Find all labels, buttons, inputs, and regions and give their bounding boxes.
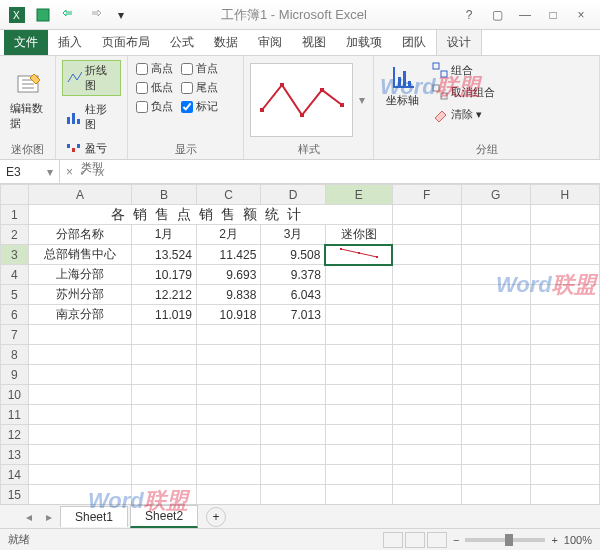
svg-rect-17	[408, 81, 411, 87]
ribbon-collapse-icon[interactable]: ▢	[484, 4, 510, 26]
ribbon-group-type: 折线图 柱形图 盈亏 类型	[56, 56, 128, 159]
table-title[interactable]: 各销售点销售额统计	[28, 205, 392, 225]
eraser-icon	[432, 106, 448, 122]
chk-low-point[interactable]: 低点	[134, 79, 175, 96]
chk-last-point[interactable]: 尾点	[179, 79, 220, 96]
sheet-tab-active[interactable]: Sheet2	[130, 505, 198, 528]
help-icon[interactable]: ?	[456, 4, 482, 26]
tab-file[interactable]: 文件	[4, 30, 48, 55]
excel-icon[interactable]: X	[6, 4, 28, 26]
type-column-button[interactable]: 柱形图	[62, 100, 121, 134]
axis-button[interactable]: 坐标轴	[380, 60, 424, 110]
zoom-slider[interactable]	[465, 538, 545, 542]
col-header[interactable]: H	[530, 185, 599, 205]
line-chart-icon	[67, 70, 82, 86]
ribbon-group-show: 高点 低点 负点 首点 尾点 标记 显示	[128, 56, 244, 159]
spreadsheet-grid[interactable]: A B C D E F G H 1各销售点销售额统计 2 分部名称 1月 2月 …	[0, 184, 600, 504]
winloss-icon	[66, 140, 82, 156]
chk-neg-point[interactable]: 负点	[134, 98, 175, 115]
chk-first-point[interactable]: 首点	[179, 60, 220, 77]
status-bar: 就绪 − + 100%	[0, 528, 600, 550]
tab-view[interactable]: 视图	[292, 30, 336, 55]
name-box[interactable]: E3▾	[0, 160, 60, 183]
ribbon-group-style: ▾ 样式	[244, 56, 374, 159]
zoom-in-icon[interactable]: +	[551, 534, 557, 546]
enter-formula-icon[interactable]: ✓	[79, 165, 89, 179]
close-icon[interactable]: ×	[568, 4, 594, 26]
window-title: 工作簿1 - Microsoft Excel	[132, 6, 456, 24]
ribbon-group-label: 分组	[380, 140, 593, 157]
select-all-cell[interactable]	[1, 185, 29, 205]
view-buttons[interactable]	[383, 532, 447, 548]
svg-rect-12	[300, 113, 304, 117]
save-icon[interactable]	[32, 4, 54, 26]
tab-formulas[interactable]: 公式	[160, 30, 204, 55]
tab-team[interactable]: 团队	[392, 30, 436, 55]
cancel-formula-icon[interactable]: ×	[66, 165, 73, 179]
svg-rect-15	[398, 77, 401, 87]
column-chart-icon	[66, 109, 82, 125]
zoom-out-icon[interactable]: −	[453, 534, 459, 546]
ribbon-group-label: 样式	[250, 140, 367, 157]
edit-data-icon	[14, 70, 42, 98]
tab-design[interactable]: 设计	[436, 29, 482, 55]
tab-addins[interactable]: 加载项	[336, 30, 392, 55]
tab-insert[interactable]: 插入	[48, 30, 92, 55]
redo-icon[interactable]	[84, 4, 106, 26]
svg-text:X: X	[13, 10, 20, 21]
minimize-icon[interactable]: —	[512, 4, 538, 26]
svg-rect-11	[280, 83, 284, 87]
svg-rect-9	[77, 144, 80, 148]
add-sheet-button[interactable]: +	[206, 507, 226, 527]
ungroup-icon	[432, 84, 448, 100]
group-clear-button[interactable]: 清除 ▾	[428, 104, 499, 124]
svg-rect-19	[441, 71, 447, 77]
tab-review[interactable]: 审阅	[248, 30, 292, 55]
svg-rect-6	[77, 119, 80, 124]
sheet-tab[interactable]: Sheet1	[60, 506, 128, 527]
chk-high-point[interactable]: 高点	[134, 60, 175, 77]
ribbon-group-sparkline: 编辑数据 迷你图	[0, 56, 56, 159]
type-line-button[interactable]: 折线图	[62, 60, 121, 96]
col-header[interactable]: E	[325, 185, 392, 205]
qat-dropdown-icon[interactable]: ▾	[110, 4, 132, 26]
tab-page-layout[interactable]: 页面布局	[92, 30, 160, 55]
style-gallery[interactable]	[250, 63, 353, 137]
undo-icon[interactable]	[58, 4, 80, 26]
group-combine-button[interactable]: 组合	[428, 60, 499, 80]
svg-rect-8	[72, 148, 75, 152]
svg-rect-7	[67, 144, 70, 148]
ribbon-group-group: 坐标轴 组合 取消组合 清除 ▾ 分组	[374, 56, 600, 159]
axis-icon	[388, 63, 416, 91]
combine-icon	[432, 62, 448, 78]
svg-rect-13	[320, 88, 324, 92]
gallery-dropdown-icon[interactable]: ▾	[357, 91, 367, 109]
edit-data-button[interactable]: 编辑数据	[6, 68, 49, 133]
group-ungroup-button[interactable]: 取消组合	[428, 82, 499, 102]
formula-input[interactable]	[110, 160, 600, 183]
svg-rect-14	[340, 103, 344, 107]
col-header[interactable]: D	[261, 185, 326, 205]
window-controls: ? ▢ — □ ×	[456, 4, 594, 26]
col-header[interactable]: B	[132, 185, 197, 205]
ribbon: 编辑数据 迷你图 折线图 柱形图 盈亏 类型 高点 低点 负点 首点 尾点 标记…	[0, 56, 600, 160]
col-header[interactable]: F	[392, 185, 461, 205]
ribbon-group-label: 显示	[134, 140, 237, 157]
ribbon-tabs: 文件 插入 页面布局 公式 数据 审阅 视图 加载项 团队 设计	[0, 30, 600, 56]
sheet-nav-prev-icon[interactable]: ◂	[20, 510, 38, 524]
svg-rect-22	[340, 248, 342, 250]
zoom-level[interactable]: 100%	[564, 534, 592, 546]
sheet-nav-next-icon[interactable]: ▸	[40, 510, 58, 524]
fx-icon[interactable]: fx	[95, 165, 104, 179]
selected-cell-E3[interactable]	[325, 245, 392, 265]
chk-markers[interactable]: 标记	[179, 98, 220, 115]
maximize-icon[interactable]: □	[540, 4, 566, 26]
type-winloss-button[interactable]: 盈亏	[62, 138, 121, 158]
svg-rect-23	[358, 252, 360, 254]
tab-data[interactable]: 数据	[204, 30, 248, 55]
col-header[interactable]: C	[196, 185, 261, 205]
ribbon-group-label: 迷你图	[6, 140, 49, 157]
col-header[interactable]: G	[461, 185, 530, 205]
col-header[interactable]: A	[28, 185, 132, 205]
sheet-tabs: ◂ ▸ Sheet1 Sheet2 +	[0, 504, 600, 528]
